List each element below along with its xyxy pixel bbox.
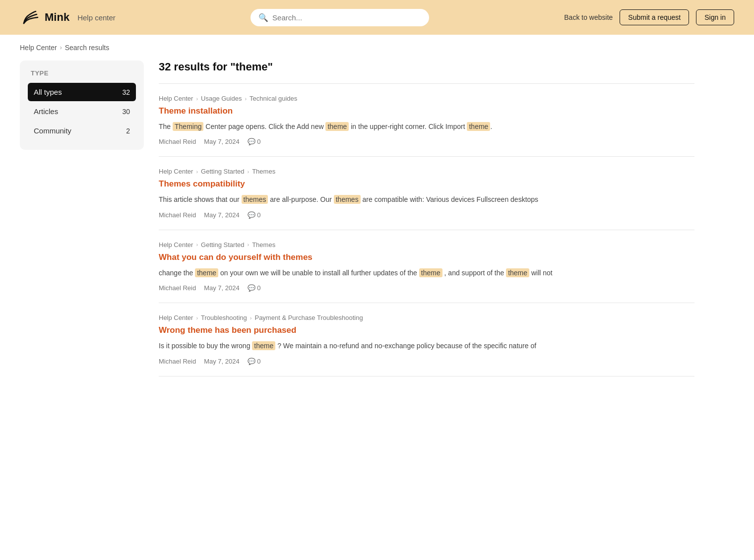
search-area: 🔍 [251, 9, 429, 26]
header-right: Back to website Submit a request Sign in [564, 9, 734, 25]
result-4-title[interactable]: Wrong theme has been purchased [159, 325, 694, 335]
result-item-3: Help Center › Getting Started › Themes W… [159, 230, 694, 303]
result-item-4: Help Center › Troubleshooting › Payment … [159, 303, 694, 376]
result-1-meta: Michael Reid May 7, 2024 💬 0 [159, 138, 694, 145]
breadcrumb: Help Center › Search results [0, 35, 754, 61]
result-item-1: Help Center › Usage Guides › Technical g… [159, 83, 694, 156]
result-4-breadcrumb: Help Center › Troubleshooting › Payment … [159, 314, 694, 321]
result-1-author: Michael Reid [159, 138, 196, 145]
result-4-date: May 7, 2024 [204, 358, 240, 365]
result-4-meta: Michael Reid May 7, 2024 💬 0 [159, 358, 694, 365]
highlight: theme [419, 268, 442, 277]
highlight: theme [506, 268, 529, 277]
header-left: Mink Help center [20, 7, 116, 27]
breadcrumb-home[interactable]: Help Center [20, 44, 57, 52]
result-2-breadcrumb: Help Center › Getting Started › Themes [159, 168, 694, 175]
highlight: themes [334, 195, 361, 204]
result-2-meta: Michael Reid May 7, 2024 💬 0 [159, 211, 694, 219]
result-1-comments: 💬 0 [248, 138, 261, 145]
highlight: theme [252, 341, 275, 350]
filter-community-count: 2 [126, 127, 130, 135]
results-area: 32 results for "theme" Help Center › Usa… [159, 61, 694, 376]
filter-articles-label: Articles [34, 107, 58, 116]
result-1-date: May 7, 2024 [204, 138, 240, 145]
back-website-link[interactable]: Back to website [564, 13, 613, 21]
breadcrumb-sep-1: › [60, 44, 62, 51]
filter-articles[interactable]: Articles 30 [28, 102, 136, 121]
highlight: theme [195, 268, 218, 277]
filter-community[interactable]: Community 2 [28, 122, 136, 140]
result-1-breadcrumb: Help Center › Usage Guides › Technical g… [159, 95, 694, 102]
sidebar-box: Type All types 32 Articles 30 Community … [20, 61, 144, 150]
highlight: themes [242, 195, 268, 204]
result-3-breadcrumb: Help Center › Getting Started › Themes [159, 241, 694, 249]
filter-all-types-label: All types [34, 88, 62, 96]
result-2-title[interactable]: Themes compatibility [159, 179, 694, 189]
submit-request-button[interactable]: Submit a request [620, 9, 689, 25]
highlight: theme [467, 122, 490, 131]
filter-all-types-count: 32 [122, 88, 130, 96]
result-2-snippet: This article shows that our themes are a… [159, 194, 694, 205]
highlight: theme [325, 122, 349, 131]
result-3-comments: 💬 0 [248, 284, 261, 292]
logo-text: Mink [45, 11, 69, 24]
result-2-date: May 7, 2024 [204, 211, 240, 219]
breadcrumb-current: Search results [65, 44, 109, 52]
result-1-snippet: The Theming Center page opens. Click the… [159, 121, 694, 132]
result-3-author: Michael Reid [159, 284, 196, 292]
result-3-title[interactable]: What you can do yourself with themes [159, 252, 694, 262]
result-3-date: May 7, 2024 [204, 284, 240, 292]
sidebar-title: Type [28, 69, 136, 77]
search-box: 🔍 [251, 9, 429, 26]
header: Mink Help center 🔍 Back to website Submi… [0, 0, 754, 35]
result-4-snippet: Is it possible to buy the wrong theme ? … [159, 340, 694, 351]
result-1-title[interactable]: Theme installation [159, 106, 694, 116]
filter-all-types[interactable]: All types 32 [28, 83, 136, 101]
highlight: Theming [173, 122, 203, 131]
filter-articles-count: 30 [122, 108, 130, 116]
logo-icon [20, 7, 40, 27]
main-content: Type All types 32 Articles 30 Community … [0, 61, 714, 406]
help-center-label: Help center [77, 13, 116, 22]
results-heading: 32 results for "theme" [159, 61, 694, 73]
search-icon: 🔍 [258, 13, 268, 22]
result-4-author: Michael Reid [159, 358, 196, 365]
result-item-2: Help Center › Getting Started › Themes T… [159, 156, 694, 229]
sidebar: Type All types 32 Articles 30 Community … [20, 61, 144, 376]
result-2-author: Michael Reid [159, 211, 196, 219]
result-3-meta: Michael Reid May 7, 2024 💬 0 [159, 284, 694, 292]
search-input[interactable] [272, 13, 421, 22]
filter-community-label: Community [34, 126, 71, 135]
sign-in-button[interactable]: Sign in [696, 9, 734, 25]
result-3-snippet: change the theme on your own we will be … [159, 267, 694, 278]
result-4-comments: 💬 0 [248, 358, 261, 365]
result-2-comments: 💬 0 [248, 211, 261, 219]
